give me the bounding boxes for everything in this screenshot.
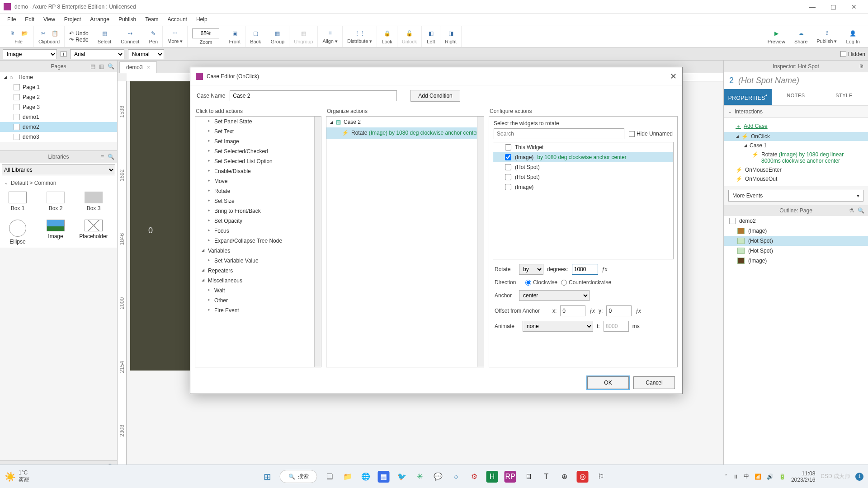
organize-list[interactable]: ◢▧Case 2 ⚡Rotate (Image) by 1080 deg clo… [326, 116, 484, 367]
pages-item-home[interactable]: ◢⌂Home [0, 72, 117, 82]
widget-row[interactable]: This Widget [493, 142, 673, 152]
more-events-dropdown[interactable]: More Events▾ [728, 190, 863, 202]
case-1[interactable]: ◢Case 1 [724, 141, 868, 150]
organize-case2[interactable]: ◢▧Case 2 [326, 117, 484, 127]
app-icon-9[interactable]: ◎ [577, 471, 589, 483]
widget-row[interactable]: (Image) by 1080 deg clockwise anchor cen… [493, 152, 673, 162]
action-expand-collapse-tree-node[interactable]: Expand/Collapse Tree Node [195, 236, 321, 246]
shape-type-select[interactable]: Image [3, 49, 57, 59]
font-style-select[interactable]: Normal [128, 49, 164, 59]
widget-checkbox[interactable] [505, 154, 511, 160]
wifi-icon[interactable]: 📶 [755, 474, 761, 480]
action-other[interactable]: Other [195, 296, 321, 305]
anchor-select[interactable]: center [519, 290, 590, 301]
add-case-link[interactable]: ＋Add Case [724, 121, 868, 132]
menu-account[interactable]: Account [163, 14, 192, 24]
action-set-text[interactable]: Set Text [195, 127, 321, 136]
outline-row-demo2[interactable]: demo2 [724, 216, 868, 226]
pages-item-demo2[interactable]: demo2 [0, 122, 117, 132]
widget-row[interactable]: (Hot Spot) [493, 172, 673, 182]
toolbar-clipboard[interactable]: ✂📋 Clipboard [34, 26, 65, 47]
animate-duration-input[interactable] [604, 321, 629, 332]
tray-icon-1[interactable]: ⏸ [733, 474, 738, 480]
edge-icon[interactable]: 🌐 [360, 471, 372, 483]
widget-checkbox[interactable] [505, 164, 511, 170]
widget-box2[interactable]: Box 2 [41, 192, 71, 211]
widget-placeholder[interactable]: Placeholder [79, 220, 108, 245]
search-icon[interactable]: 🔍 [858, 207, 864, 214]
vscode-icon[interactable]: ⟐ [450, 471, 462, 483]
redo-button[interactable]: ↷Redo [69, 37, 89, 43]
weather-widget[interactable]: 1°C雾霾 [19, 469, 29, 483]
action-set-variable-value[interactable]: Set Variable Value [195, 256, 321, 266]
outline-row-image2[interactable]: (Image) [724, 256, 868, 266]
actions-list[interactable]: Set Panel StateSet TextSet ImageSet Sele… [195, 116, 321, 367]
toolbar-right[interactable]: ◨Right [440, 26, 462, 47]
pages-item-page1[interactable]: Page 1 [0, 82, 117, 92]
degrees-input[interactable] [572, 264, 598, 275]
event-onclick[interactable]: ◢⚡OnClick [724, 132, 868, 141]
explorer-icon[interactable]: 📁 [342, 471, 354, 483]
taskbar-clock[interactable]: 11:082023/2/16 [791, 470, 815, 483]
search-icon[interactable]: 🔍 [108, 154, 114, 160]
toolbar-pen[interactable]: ✎Pen [144, 26, 163, 47]
interactions-section-header[interactable]: ⌄Interactions [724, 105, 868, 118]
action-move[interactable]: Move [195, 176, 321, 186]
offset-x-input[interactable] [560, 305, 585, 316]
notification-icon[interactable]: 1 [855, 473, 863, 481]
outline-row-image1[interactable]: (Image) [724, 226, 868, 236]
pages-item-demo3[interactable]: demo3 [0, 132, 117, 142]
widget-name-input[interactable] [738, 76, 863, 85]
toolbar-front[interactable]: ▣Front [224, 26, 245, 47]
page-folder-icon[interactable]: ▥ [99, 63, 104, 70]
tab-notes[interactable]: NOTES [772, 89, 820, 105]
menu-team[interactable]: Team [141, 14, 163, 24]
toolbar-lock[interactable]: 🔒Lock [377, 26, 397, 47]
action-set-selected-checked[interactable]: Set Selected/Checked [195, 146, 321, 156]
menu-icon[interactable]: ≡ [101, 154, 104, 160]
widget-row[interactable]: (Image) [493, 182, 673, 192]
pages-item-demo1[interactable]: demo1 [0, 112, 117, 122]
page-add-icon[interactable]: ▤ [90, 63, 95, 70]
action-bring-to-front-back[interactable]: Bring to Front/Back [195, 206, 321, 216]
action-variables[interactable]: Variables [195, 246, 321, 256]
hidden-checkbox[interactable]: Hidden [840, 51, 865, 57]
pages-item-page2[interactable]: Page 2 [0, 92, 117, 102]
fx-button[interactable]: ƒx [635, 308, 641, 314]
menu-edit[interactable]: Edit [20, 14, 39, 24]
hide-unnamed-checkbox[interactable]: Hide Unnamed [629, 131, 673, 137]
weather-icon[interactable]: ☀️ [5, 471, 16, 482]
widget-checkbox[interactable] [505, 184, 511, 190]
toolbar-distribute[interactable]: ⋮⋮Distribute ▾ [343, 26, 377, 47]
action-fire-event[interactable]: Fire Event [195, 305, 321, 315]
dialog-close-button[interactable]: ✕ [670, 71, 677, 81]
widget-box3[interactable]: Box 3 [79, 192, 108, 211]
widget-checkbox[interactable] [505, 144, 511, 150]
search-icon[interactable]: 🔍 [108, 63, 114, 70]
library-group[interactable]: ⌄Default > Common [0, 177, 117, 189]
fx-button[interactable]: ƒx [589, 308, 595, 314]
fx-button[interactable]: ƒx [602, 266, 608, 272]
toolbar-more[interactable]: ⋯More ▾ [163, 26, 188, 47]
counterclockwise-radio[interactable]: Counterclockwise [561, 279, 611, 286]
menu-help[interactable]: Help [192, 14, 212, 24]
library-select[interactable]: All Libraries [2, 164, 115, 175]
undo-button[interactable]: ↶Undo [69, 30, 89, 37]
menu-view[interactable]: View [39, 14, 60, 24]
toolbar-align[interactable]: ≡Align ▾ [318, 26, 343, 47]
toolbar-group[interactable]: ▦Group [266, 26, 290, 47]
volume-icon[interactable]: 🔊 [767, 474, 774, 480]
menu-project[interactable]: Project [60, 14, 85, 24]
action-wait[interactable]: Wait [195, 286, 321, 296]
maximize-button[interactable]: ▢ [823, 3, 844, 10]
filter-icon[interactable]: ⚗ [849, 207, 854, 214]
toolbar-ungroup[interactable]: ▦Ungroup [289, 26, 318, 47]
ime-icon[interactable]: 中 [744, 473, 749, 480]
menu-file[interactable]: File [3, 14, 20, 24]
toolbar-left[interactable]: ◧Left [422, 26, 440, 47]
app-icon-7[interactable]: T [541, 471, 552, 483]
ok-button[interactable]: OK [587, 376, 629, 389]
toolbar-back[interactable]: ▢Back [245, 26, 266, 47]
toolbar-publish[interactable]: ⇪Publish ▾ [812, 26, 841, 47]
case-name-input[interactable] [230, 90, 397, 101]
